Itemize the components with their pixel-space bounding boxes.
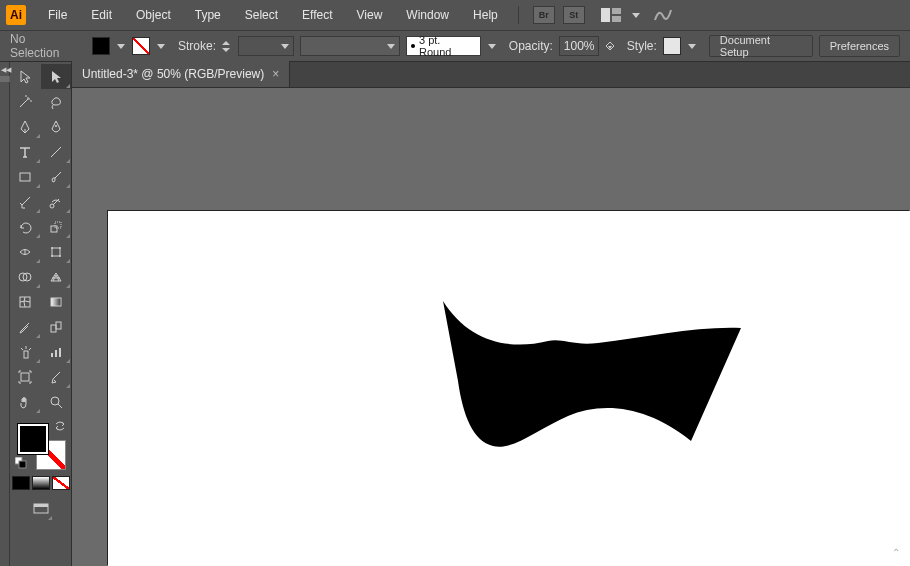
workspace: ◀◀ bbox=[0, 62, 910, 566]
svg-rect-10 bbox=[51, 226, 57, 232]
direct-selection-tool[interactable] bbox=[41, 64, 72, 89]
default-fill-stroke-icon[interactable] bbox=[15, 457, 27, 472]
stroke-weight-field[interactable] bbox=[238, 36, 294, 56]
column-graph-tool[interactable] bbox=[41, 339, 72, 364]
perspective-grid-tool[interactable] bbox=[41, 264, 72, 289]
stock-button[interactable]: St bbox=[563, 6, 585, 24]
menu-select[interactable]: Select bbox=[235, 4, 288, 26]
paintbrush-tool[interactable] bbox=[41, 164, 72, 189]
eraser-tool[interactable] bbox=[41, 189, 72, 214]
svg-rect-11 bbox=[55, 222, 61, 228]
svg-rect-27 bbox=[59, 348, 61, 357]
svg-point-17 bbox=[59, 255, 61, 257]
hand-tool[interactable] bbox=[10, 389, 41, 414]
opacity-dropdown[interactable] bbox=[605, 37, 615, 55]
svg-line-30 bbox=[58, 404, 62, 408]
preferences-button[interactable]: Preferences bbox=[819, 35, 900, 57]
zoom-tool[interactable] bbox=[41, 389, 72, 414]
document-setup-button[interactable]: Document Setup bbox=[709, 35, 813, 57]
brush-name: 3 pt. Round bbox=[419, 34, 476, 58]
none-mode-button[interactable] bbox=[52, 476, 70, 490]
svg-point-14 bbox=[51, 247, 53, 249]
svg-rect-24 bbox=[24, 351, 28, 358]
menu-file[interactable]: File bbox=[38, 4, 77, 26]
slice-tool[interactable] bbox=[41, 364, 72, 389]
menu-edit[interactable]: Edit bbox=[81, 4, 122, 26]
svg-rect-13 bbox=[52, 248, 60, 256]
document-tab[interactable]: Untitled-3* @ 50% (RGB/Preview) × bbox=[72, 61, 290, 87]
svg-rect-32 bbox=[19, 461, 26, 468]
opacity-label: Opacity: bbox=[509, 39, 553, 53]
close-tab-icon[interactable]: × bbox=[272, 67, 279, 81]
menu-effect[interactable]: Effect bbox=[292, 4, 342, 26]
svg-rect-28 bbox=[21, 373, 29, 381]
svg-point-9 bbox=[50, 204, 54, 208]
shaper-tool[interactable] bbox=[10, 189, 41, 214]
svg-rect-21 bbox=[51, 298, 61, 306]
rectangle-tool[interactable] bbox=[10, 164, 41, 189]
vector-shape[interactable] bbox=[438, 301, 748, 461]
fill-swatch[interactable] bbox=[92, 37, 110, 55]
line-segment-tool[interactable] bbox=[41, 139, 72, 164]
gpu-performance-icon[interactable] bbox=[653, 6, 673, 25]
fill-box[interactable] bbox=[18, 424, 48, 454]
svg-rect-26 bbox=[55, 350, 57, 357]
artboard[interactable] bbox=[108, 211, 910, 566]
svg-point-6 bbox=[55, 125, 57, 127]
svg-rect-34 bbox=[34, 504, 48, 507]
menu-help[interactable]: Help bbox=[463, 4, 508, 26]
gradient-tool[interactable] bbox=[41, 289, 72, 314]
menu-object[interactable]: Object bbox=[126, 4, 181, 26]
opacity-field[interactable]: 100% bbox=[559, 36, 599, 56]
shape-builder-tool[interactable] bbox=[10, 264, 41, 289]
arrange-documents-button[interactable] bbox=[597, 6, 627, 24]
artboard-tool[interactable] bbox=[10, 364, 41, 389]
svg-rect-1 bbox=[612, 8, 621, 14]
fill-dropdown[interactable] bbox=[116, 37, 126, 55]
document-tab-bar: Untitled-3* @ 50% (RGB/Preview) × bbox=[72, 62, 910, 88]
menu-window[interactable]: Window bbox=[396, 4, 459, 26]
stroke-swatch[interactable] bbox=[132, 37, 150, 55]
fill-stroke-indicator[interactable] bbox=[14, 420, 68, 472]
svg-rect-0 bbox=[601, 8, 610, 22]
swap-fill-stroke-icon[interactable] bbox=[54, 420, 66, 435]
stroke-weight-stepper[interactable] bbox=[222, 40, 232, 53]
selection-indicator: No Selection bbox=[10, 32, 78, 60]
brush-definition[interactable]: 3 pt. Round bbox=[406, 36, 481, 56]
color-mode-button[interactable] bbox=[12, 476, 30, 490]
pen-tool[interactable] bbox=[10, 114, 41, 139]
symbol-sprayer-tool[interactable] bbox=[10, 339, 41, 364]
svg-point-15 bbox=[59, 247, 61, 249]
bridge-button[interactable]: Br bbox=[533, 6, 555, 24]
width-tool[interactable] bbox=[10, 239, 41, 264]
graphic-style-dropdown[interactable] bbox=[687, 37, 697, 55]
document-tab-title: Untitled-3* @ 50% (RGB/Preview) bbox=[82, 67, 264, 81]
svg-point-29 bbox=[51, 397, 59, 405]
curvature-tool[interactable] bbox=[41, 114, 72, 139]
brush-dot-icon bbox=[411, 44, 415, 48]
svg-rect-25 bbox=[51, 353, 53, 357]
arrange-documents-dropdown[interactable] bbox=[631, 6, 641, 24]
menu-type[interactable]: Type bbox=[185, 4, 231, 26]
stroke-swatch-dropdown[interactable] bbox=[156, 37, 166, 55]
scale-tool[interactable] bbox=[41, 214, 72, 239]
mesh-tool[interactable] bbox=[10, 289, 41, 314]
lasso-tool[interactable] bbox=[41, 89, 72, 114]
graphic-style-swatch[interactable] bbox=[663, 37, 681, 55]
type-tool[interactable] bbox=[10, 139, 41, 164]
svg-rect-23 bbox=[56, 322, 61, 329]
free-transform-tool[interactable] bbox=[41, 239, 72, 264]
gradient-mode-button[interactable] bbox=[32, 476, 50, 490]
canvas[interactable]: ⌃ bbox=[72, 88, 910, 566]
magic-wand-tool[interactable] bbox=[10, 89, 41, 114]
brush-dropdown[interactable] bbox=[487, 37, 497, 55]
eyedropper-tool[interactable] bbox=[10, 314, 41, 339]
menu-view[interactable]: View bbox=[347, 4, 393, 26]
screen-mode-button[interactable] bbox=[29, 496, 53, 521]
blend-tool[interactable] bbox=[41, 314, 72, 339]
collapsed-panel-strip[interactable]: ◀◀ bbox=[0, 62, 10, 566]
variable-width-profile[interactable] bbox=[300, 36, 400, 56]
rotate-tool[interactable] bbox=[10, 214, 41, 239]
selection-tool[interactable] bbox=[10, 64, 41, 89]
svg-point-16 bbox=[51, 255, 53, 257]
